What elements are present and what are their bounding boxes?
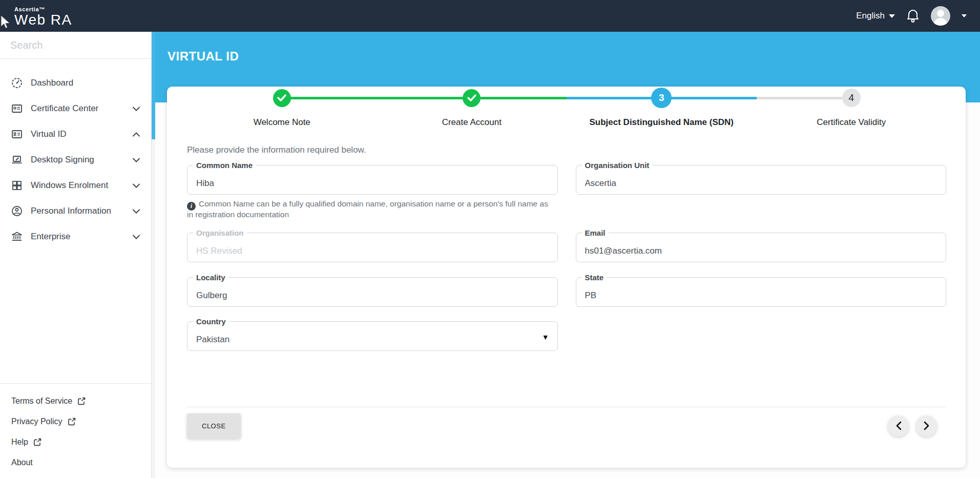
person-circle-icon [11,205,23,217]
email-field: Email [576,233,947,262]
brand-webra-text: Web RA [14,13,72,27]
scrollbar-thumb[interactable] [152,32,155,139]
sidebar-item-enterprise[interactable]: Enterprise [0,224,151,250]
sidebar-footer: Terms of Service Privacy Policy [0,383,151,478]
organisation-unit-field: Organisation Unit [576,165,947,195]
chevron-down-icon [133,107,140,111]
app-body: Dashboard Certificate Center [0,32,980,478]
chevron-up-icon [133,132,140,137]
certificate-icon [11,103,23,114]
common-name-input[interactable] [187,165,557,194]
sidebar-search [0,32,151,59]
webra-app: Ascertia™ Web RA English [0,0,980,478]
info-icon: i [187,202,196,211]
sidebar-item-windows-enrolment[interactable]: Windows Enrolment [0,173,151,198]
wizard-stepper: Welcome Note Create Account 3 Subject Di… [187,87,946,128]
step-certificate-validity[interactable]: 4 Certificate Validity [757,87,947,128]
link-label: Help [11,438,28,447]
link-label: Privacy Policy [11,417,62,426]
link-help[interactable]: Help [0,432,151,452]
sidebar-item-label: Certificate Center [31,103,124,114]
step-subject-distinguished-name[interactable]: 3 Subject Distinguished Name (SDN) [567,87,757,128]
chevron-down-icon [133,235,140,239]
chevron-right-icon [924,421,930,430]
sidebar-item-label: Windows Enrolment [31,180,124,191]
sidebar-item-label: Personal Information [31,206,124,216]
country-select[interactable] [187,322,557,350]
step-check-icon [463,89,481,107]
common-name-hint: iCommon Name can be a fully qualified do… [187,199,551,220]
avatar-body-shape [934,18,947,26]
step-number: 3 [651,88,672,108]
step-label: Create Account [442,117,502,128]
wizard-card: Welcome Note Create Account 3 Subject Di… [167,87,966,468]
external-link-icon [68,418,76,426]
organisation-input [187,233,557,262]
step-label: Welcome Note [254,117,310,128]
chevron-down-icon [889,14,895,18]
step-number: 4 [842,89,861,107]
link-privacy-policy[interactable]: Privacy Policy [0,411,151,432]
state-input[interactable] [576,278,946,306]
user-avatar[interactable] [931,6,950,26]
locality-field: Locality [187,277,558,307]
brand-logo[interactable]: Ascertia™ Web RA [14,5,72,27]
external-link-icon [33,438,41,446]
main-content: VIRTUAL ID Welcome Note [155,32,980,478]
email-input[interactable] [576,233,946,262]
notifications-bell-icon[interactable] [906,9,920,23]
sidebar-item-label: Virtual ID [31,129,124,139]
step-check-icon [273,89,291,107]
external-link-icon [77,397,86,405]
organisation-field: Organisation [187,233,558,262]
chevron-left-icon [895,421,902,430]
search-input[interactable] [10,39,146,51]
locality-input[interactable] [187,278,557,306]
windows-icon [11,180,23,191]
sidebar-item-label: Dashboard [31,78,140,88]
page-title: VIRTUAL ID [168,49,239,64]
sidebar-item-desktop-signing[interactable]: Desktop Signing [0,147,151,173]
close-button[interactable]: CLOSE [187,413,241,439]
sidebar: Dashboard Certificate Center [0,32,151,478]
desktop-signing-icon [11,154,23,165]
chevron-down-icon [133,158,140,162]
sidebar-item-personal-information[interactable]: Personal Information [0,198,151,224]
mouse-cursor-icon [0,14,11,30]
dashboard-gauge-icon [11,77,23,89]
step-label: Certificate Validity [817,117,886,128]
link-about[interactable]: About [0,452,151,473]
country-field: Country ▼ [187,321,558,351]
link-label: Terms of Service [11,397,72,406]
wizard-actions: CLOSE [187,413,946,439]
sidebar-scrollbar[interactable] [151,32,155,478]
enterprise-bank-icon [11,231,23,242]
state-field: State [576,277,947,307]
form-intro-text: Please provide the information required … [187,145,946,155]
sidebar-item-dashboard[interactable]: Dashboard [0,70,151,96]
navbar-right: English [856,6,967,26]
next-step-button[interactable] [916,415,937,437]
language-dropdown[interactable]: English [856,11,895,21]
wizard-nav-arrows [888,415,946,437]
top-navbar: Ascertia™ Web RA English [0,0,980,32]
step-create-account[interactable]: Create Account [377,87,567,128]
common-name-field: Common Name [187,165,558,195]
chevron-down-icon [133,209,140,214]
sidebar-item-virtual-id[interactable]: Virtual ID [0,121,151,147]
link-label: About [11,458,33,467]
sidebar-item-label: Enterprise [31,232,124,242]
step-welcome-note[interactable]: Welcome Note [187,87,377,128]
sidebar-item-certificate-center[interactable]: Certificate Center [0,96,151,121]
virtual-id-card-icon [11,129,23,140]
previous-step-button[interactable] [888,415,909,437]
language-label: English [856,11,885,21]
chevron-down-icon [133,183,140,188]
sidebar-nav: Dashboard Certificate Center [0,59,151,250]
step-label: Subject Distinguished Name (SDN) [590,117,734,128]
profile-menu-chevron-icon[interactable] [962,14,967,17]
organisation-unit-input[interactable] [576,165,946,194]
link-terms-of-service[interactable]: Terms of Service [0,391,151,411]
avatar-head-shape [937,10,944,17]
sidebar-spacer [0,250,151,383]
